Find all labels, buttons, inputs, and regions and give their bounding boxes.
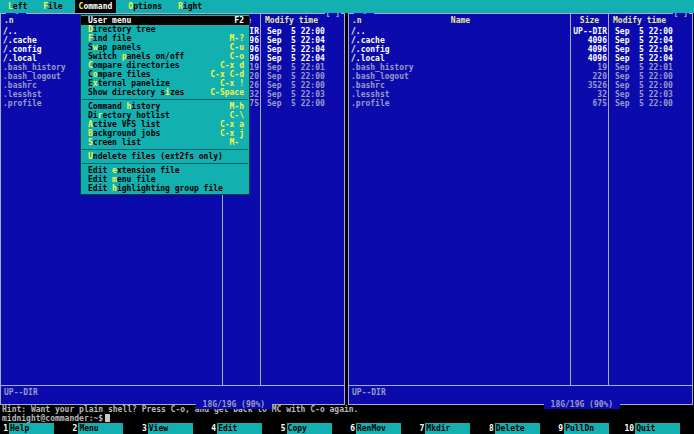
fkey-view-button[interactable]: 3View (139, 423, 208, 434)
hotkey-letter: h (127, 102, 132, 111)
midnight-commander-screen: LeftFileCommandOptionsRight ~ [^].nNameS… (0, 0, 694, 434)
file-list: /..UP--DIRSep 5 22:00/.cache4096Sep 5 22… (349, 27, 692, 108)
fkey-label: Edit (217, 423, 262, 434)
label-text: Command (79, 2, 113, 11)
file-mtime: Sep 5 22:00 (610, 72, 673, 81)
fkey-label: Mkdir (425, 423, 470, 434)
label-text: Edit extension file (88, 166, 180, 175)
label-text: Screen list (88, 138, 141, 147)
fkey-number: 2 (69, 423, 78, 434)
fkey-help-button[interactable]: 1Help (0, 423, 69, 434)
menubar-item-file[interactable]: File (39, 0, 66, 13)
menu-item-compare-directories[interactable]: Compare directoriesC-x d (81, 61, 249, 70)
hotkey-letter: D (88, 25, 93, 34)
hotkey-letter: h (112, 184, 117, 193)
menu-item-show-directory-sizes[interactable]: Show directory sizesC-Space (81, 88, 249, 97)
column-header-mtime[interactable]: Modify time (265, 16, 318, 25)
fkey-number: 7 (416, 423, 425, 434)
file-mtime: Sep 5 22:00 (262, 27, 325, 36)
menu-item-undelete-files-ext-fs-only[interactable]: Undelete files (ext2fs only) (81, 152, 249, 161)
column-header-mtime[interactable]: Modify time (613, 16, 666, 25)
file-row[interactable]: .bash_history19Sep 5 22:01 (349, 63, 692, 72)
hotkey-letter: C (79, 2, 84, 11)
menu-item-swap-panels[interactable]: Swap panelsC-u (81, 43, 249, 52)
menu-shortcut: C-\ (230, 111, 244, 120)
menu-item-external-panelize[interactable]: External panelizeC-x ! (81, 79, 249, 88)
menu-shortcut: C-x a (220, 120, 244, 129)
file-name: .lesshst (349, 90, 572, 99)
label-text: Directory hotlist (88, 111, 170, 120)
menu-item-user-menu[interactable]: User menuF2 (81, 16, 249, 25)
file-name: /.config (349, 45, 572, 54)
column-header-size[interactable]: Size (571, 16, 608, 25)
fkey-renmov-button[interactable]: 6RenMov (347, 423, 416, 434)
file-name: /.. (349, 27, 572, 36)
menu-item-edit-highlighting-group-file[interactable]: Edit highlighting group file (81, 184, 249, 193)
menubar-item-command[interactable]: Command (75, 0, 117, 13)
file-size: 220 (572, 72, 610, 81)
command-dropdown-menu: User menuF2Directory treeFind fileM-?Swa… (80, 14, 250, 195)
label-text: Right (178, 2, 202, 11)
label-text: File (43, 2, 62, 11)
fkey-edit-button[interactable]: 4Edit (208, 423, 277, 434)
column-separator-name-size (570, 14, 571, 385)
menu-bar: LeftFileCommandOptionsRight (0, 0, 694, 13)
fkey-label: PullDn (564, 423, 609, 434)
file-name: .bashrc (349, 81, 572, 90)
fkey-label: Quit (635, 423, 680, 434)
shell-prompt: midnight@commander:~$ (2, 414, 103, 423)
file-name: /.cache (349, 36, 572, 45)
menu-item-command-history[interactable]: Command historyM-h (81, 102, 249, 111)
menu-item-directory-hotlist[interactable]: Directory hotlistC-\ (81, 111, 249, 120)
menu-item-find-file[interactable]: Find fileM-? (81, 34, 249, 43)
file-name: .bash_history (349, 63, 572, 72)
menu-item-directory-tree[interactable]: Directory tree (81, 25, 249, 34)
fkey-quit-button[interactable]: 10Quit (625, 423, 694, 434)
file-row[interactable]: /..UP--DIRSep 5 22:00 (349, 27, 692, 36)
fkey-menu-button[interactable]: 2Menu (69, 423, 138, 434)
file-mtime: Sep 5 22:04 (262, 45, 325, 54)
menu-item-compare-files[interactable]: Compare filesC-x C-d (81, 70, 249, 79)
file-row[interactable]: .bashrc3526Sep 5 22:00 (349, 81, 692, 90)
menu-shortcut: C-x ! (220, 79, 244, 88)
fkey-copy-button[interactable]: 5Copy (278, 423, 347, 434)
file-row[interactable]: /.config4096Sep 5 22:04 (349, 45, 692, 54)
hotkey-letter: r (98, 111, 103, 120)
label-text: Edit highlighting group file (88, 184, 223, 193)
fkey-delete-button[interactable]: 8Delete (486, 423, 555, 434)
menu-item-screen-list[interactable]: Screen listM-` (81, 138, 249, 147)
file-name: .bash_logout (349, 72, 572, 81)
menu-shortcut: C-o (230, 52, 244, 61)
free-space-indicator: 18G/19G (90%) (544, 400, 620, 409)
mini-status: UP--DIR (4, 388, 38, 397)
file-row[interactable]: .bash_logout220Sep 5 22:00 (349, 72, 692, 81)
menu-item-switch-panels-on-off[interactable]: Switch panels on/offC-o (81, 52, 249, 61)
fkey-mkdir-button[interactable]: 7Mkdir (416, 423, 485, 434)
menu-shortcut: C-x j (220, 129, 244, 138)
hotkey-letter: i (165, 88, 170, 97)
menu-shortcut: M-` (230, 138, 244, 147)
column-header-name[interactable]: Name (351, 16, 570, 25)
file-mtime: Sep 5 22:01 (262, 63, 325, 72)
hotkey-letter: R (178, 2, 183, 11)
file-row[interactable]: /.local4096Sep 5 22:04 (349, 54, 692, 63)
menubar-item-options[interactable]: Options (124, 0, 166, 13)
label-text: Command history (88, 102, 160, 111)
menu-shortcut: C-u (230, 43, 244, 52)
menu-item-background-jobs[interactable]: Background jobsC-x j (81, 129, 249, 138)
fkey-pulldn-button[interactable]: 9PullDn (555, 423, 624, 434)
menu-item-edit-menu-file[interactable]: Edit menu file (81, 175, 249, 184)
hotkey-letter: F (43, 2, 48, 11)
command-line[interactable]: midnight@commander:~$ (2, 414, 110, 423)
terminal-cursor (105, 414, 110, 422)
fkey-label: View (148, 423, 193, 434)
menubar-item-left[interactable]: Left (4, 0, 31, 13)
menu-item-active-vfs-list[interactable]: Active VFS listC-x a (81, 120, 249, 129)
file-size: 675 (572, 99, 610, 108)
menu-item-edit-extension-file[interactable]: Edit extension file (81, 166, 249, 175)
menu-shortcut: C-x d (220, 61, 244, 70)
menubar-item-right[interactable]: Right (174, 0, 206, 13)
file-row[interactable]: .lesshst32Sep 5 22:03 (349, 90, 692, 99)
file-row[interactable]: .profile675Sep 5 22:00 (349, 99, 692, 108)
file-row[interactable]: /.cache4096Sep 5 22:04 (349, 36, 692, 45)
